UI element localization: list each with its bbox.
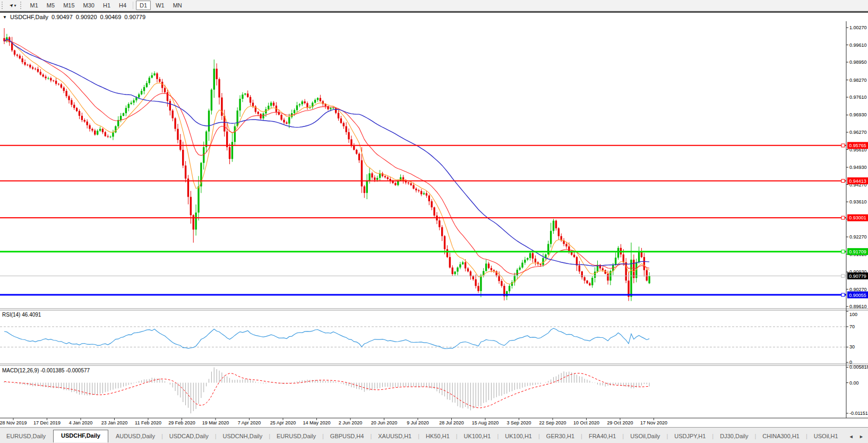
tab-fra40-h1[interactable]: FRA40,H1 [582,431,622,442]
chart-tabs-bar: EURUSD,DailyUSDCHF,DailyAUDUSD,Daily|USD… [0,427,868,442]
svg-text:0.90270: 0.90270 [849,287,867,292]
timeframe-button-h4[interactable]: H4 [115,1,130,10]
svg-text:70: 70 [849,324,855,329]
date-label: 28 Jul 2020 [439,420,464,425]
svg-text:0.93610: 0.93610 [849,199,867,205]
date-label: 4 Jan 2020 [69,420,93,425]
tab-hk50-h1[interactable]: HK50,H1 [419,431,456,442]
tab-ger30-h1[interactable]: GER30,H1 [540,431,581,442]
date-label: 9 Jul 2020 [407,420,429,425]
date-label: 15 Aug 2020 [472,420,499,425]
level-marker [841,293,845,296]
timeframe-buttons: M1M5M15M30H1H4D1W1MN [26,0,186,11]
timeframe-button-mn[interactable]: MN [169,1,186,10]
timeframe-button-w1[interactable]: W1 [152,1,168,10]
tab-dj30-daily[interactable]: DJ30,Daily [714,431,754,442]
tab-eurusd-daily[interactable]: EURUSD,Daily [0,431,52,442]
date-label: 25 Apr 2020 [270,420,296,425]
date-label: 17 Dec 2019 [33,420,61,425]
tab-xauusd-h1[interactable]: XAUUSD,H1 [372,431,418,442]
date-label: 22 Sep 2020 [539,420,566,425]
tab-audusd-daily[interactable]: AUDUSD,Daily [109,431,161,442]
tab-scroll-arrows[interactable]: ◄ ► [849,434,866,439]
svg-text:0.96270: 0.96270 [849,130,867,135]
tab-gbpusd-h4[interactable]: GBPUSD,H4 [324,431,371,442]
date-label: 11 Feb 2020 [135,420,161,425]
svg-text:0.96930: 0.96930 [849,112,867,117]
macd-label: MACD(12,26,9) -0.001385 -0.000577 [2,368,90,373]
date-label: 23 Jan 2020 [101,420,128,425]
svg-text:0.89610: 0.89610 [849,304,867,309]
svg-text:100: 100 [849,312,857,317]
date-label: 3 Sep 2020 [506,420,531,425]
chart-symbol-title: USDCHF,Daily [10,14,48,20]
timeframe-button-h1[interactable]: H1 [99,1,114,10]
date-label: 20 Jun 2020 [371,420,398,425]
date-label: 19 Mar 2020 [202,420,229,425]
ohlc-low: 0.90469 [100,14,122,20]
svg-text:0.92270: 0.92270 [849,234,867,240]
date-label: 29 Feb 2020 [168,420,195,425]
tab-usdchf-daily[interactable]: USDCHF,Daily [53,430,108,442]
level-marker [841,216,845,219]
svg-text:30: 30 [849,344,855,350]
svg-text:0.005818: 0.005818 [849,364,868,370]
top-toolbar: ➤ ▾ M1M5M15M30H1H4D1W1MN [0,0,868,11]
ohlc-close: 0.90779 [124,14,145,20]
timeframe-button-d1[interactable]: D1 [136,1,151,10]
toolbar-grip[interactable] [2,2,5,9]
tab-usdcnh-daily[interactable]: USDCNH,Daily [217,431,269,442]
toolbar-separator [133,2,133,9]
timeframe-button-m1[interactable]: M1 [27,1,42,10]
price-badge-text: 0.90779 [849,274,866,279]
chart-window: ▼ USDCHF,Daily 0.90497 0.90920 0.90469 0… [0,11,868,443]
price-badge-text: 0.91709 [849,249,866,254]
tab-china300-h1[interactable]: CHINA300,H1 [756,431,806,442]
level-marker [841,250,845,253]
price-badge-text: 0.93001 [849,215,866,220]
toolbar-grip-2[interactable] [20,2,24,9]
svg-text:0.98950: 0.98950 [849,59,867,65]
date-label: 28 Nov 2019 [0,420,27,425]
date-label: 7 Apr 2020 [238,420,261,425]
tab-uk100-h1[interactable]: UK100,H1 [499,431,538,442]
rsi-label: RSI(14) 46.4091 [2,312,41,318]
date-label: 29 Oct 2020 [607,420,633,425]
timeframe-button-m30[interactable]: M30 [80,1,98,10]
svg-text:0.97610: 0.97610 [849,95,867,100]
svg-text:0.99610: 0.99610 [849,42,867,48]
svg-text:-0.01151: -0.01151 [849,411,868,416]
svg-text:0.98270: 0.98270 [849,78,867,83]
tab-uk100-h1[interactable]: UK100,H1 [458,431,497,442]
ohlc-open: 0.90497 [51,14,73,20]
svg-text:0.00: 0.00 [849,380,859,386]
chart-title-bar: ▼ USDCHF,Daily 0.90497 0.90920 0.90469 0… [0,13,868,21]
tab-usoil-h1[interactable]: USOil,H1 [807,431,845,442]
svg-text:0.94930: 0.94930 [849,165,867,170]
timeframe-button-m5[interactable]: M5 [43,1,58,10]
level-marker [841,179,845,182]
price-badge-text: 0.95765 [849,143,866,148]
date-label: 2 Jun 2020 [339,420,363,425]
price-badge-text: 0.94413 [849,178,866,184]
chart-canvas[interactable]: RSI(14) 46.4091MACD(12,26,9) -0.001385 -… [0,21,868,427]
date-label: 17 Nov 2020 [640,420,667,425]
tab-usdjpy-h1[interactable]: USDJPY,H1 [668,431,712,442]
date-label: 14 May 2020 [303,420,330,425]
price-badge-text: 0.90055 [849,293,866,298]
date-label: 10 Oct 2020 [573,420,599,425]
level-marker [841,274,845,277]
tab-usdcad-daily[interactable]: USDCAD,Daily [163,431,215,442]
tab-eurusd-daily[interactable]: EURUSD,Daily [270,431,322,442]
tab-usoil-daily[interactable]: USOil,Daily [624,431,666,442]
ohlc-high: 0.90920 [76,14,97,20]
level-marker [841,144,845,147]
svg-text:1.00270: 1.00270 [849,25,867,30]
timeframe-button-m15[interactable]: M15 [59,1,78,10]
collapse-arrow-icon[interactable]: ▼ [3,15,7,20]
